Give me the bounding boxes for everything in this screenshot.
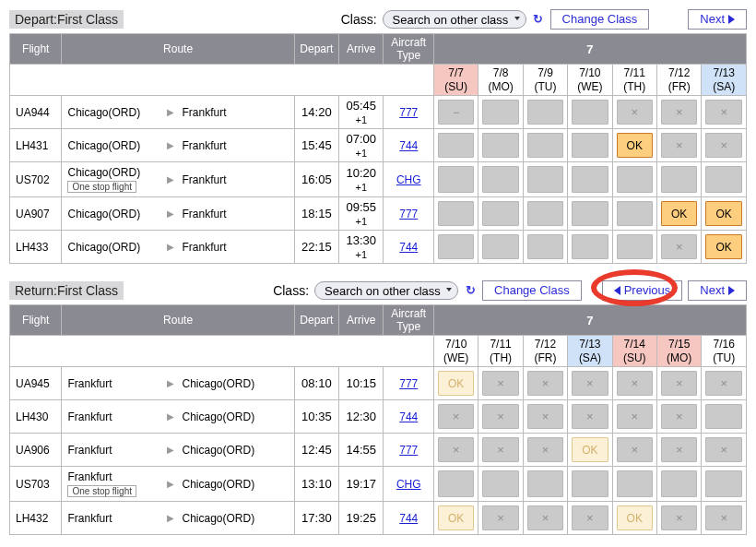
next-button[interactable]: Next xyxy=(688,9,747,30)
availability-cell xyxy=(656,96,701,129)
availability-cell xyxy=(478,129,523,162)
route-cell: FrankfurtOne stop flight▶Chicago(ORD) xyxy=(62,467,294,502)
arrive-time: 19:17 xyxy=(339,467,384,502)
depart-toolbar: Depart:First Class Class: Search on othe… xyxy=(9,9,747,30)
change-class-button[interactable]: Change Class xyxy=(550,9,650,30)
route-cell: Chicago(ORD)▶Frankfurt xyxy=(62,96,294,129)
availability-cell xyxy=(523,434,567,467)
date-header: 7/11(TH) xyxy=(478,336,523,367)
availability-cell xyxy=(656,231,701,264)
next-label: Next xyxy=(700,13,725,26)
date-row-lead xyxy=(10,336,434,367)
route-arrow-icon: ▶ xyxy=(167,208,174,219)
availability-cell xyxy=(523,467,567,502)
availability-cell xyxy=(523,96,567,129)
destination: Chicago(ORD) xyxy=(182,410,254,423)
route-arrow-icon: ▶ xyxy=(167,174,174,184)
route-arrow-icon: ▶ xyxy=(167,107,174,117)
arrive-time: 13:30+1 xyxy=(339,231,384,264)
destination: Frankfurt xyxy=(182,106,226,119)
destination: Frankfurt xyxy=(182,139,226,152)
availability-cell[interactable]: OK xyxy=(433,502,478,535)
aircraft-cell: 744 xyxy=(384,400,433,434)
availability-cell xyxy=(656,434,701,467)
flight-number: LH432 xyxy=(10,502,62,535)
availability-cell[interactable]: OK xyxy=(612,502,656,535)
availability-cell[interactable]: OK xyxy=(702,231,747,264)
origin: Frankfurt xyxy=(67,512,112,525)
depart-time: 14:20 xyxy=(294,96,338,129)
depart-time: 13:10 xyxy=(294,467,338,502)
table-row: UA906Frankfurt▶Chicago(ORD)12:4514:55777… xyxy=(10,434,747,467)
aircraft-link[interactable]: CHG xyxy=(396,173,421,186)
origin: Chicago(ORD) xyxy=(67,139,140,152)
availability-cell xyxy=(568,502,612,535)
aircraft-cell: 777 xyxy=(384,96,433,129)
availability-cell xyxy=(478,502,523,535)
origin: Frankfurt xyxy=(67,410,112,423)
availability-cell[interactable]: OK xyxy=(612,129,656,162)
aircraft-link[interactable]: 744 xyxy=(399,139,418,152)
refresh-icon: ↻ xyxy=(532,13,545,26)
availability-cell xyxy=(433,96,478,129)
availability-cell xyxy=(612,400,656,434)
availability-cell[interactable]: OK xyxy=(433,367,478,400)
one-stop-badge: One stop flight xyxy=(67,181,136,193)
route-arrow-icon: ▶ xyxy=(167,479,174,489)
th-month-2: 7 xyxy=(433,305,746,336)
origin: Chicago(ORD) xyxy=(67,241,140,254)
availability-cell xyxy=(523,400,567,434)
availability-cell[interactable]: OK xyxy=(568,434,612,467)
aircraft-cell: 777 xyxy=(384,367,433,400)
route-cell: Frankfurt▶Chicago(ORD) xyxy=(62,400,294,434)
th-route: Route xyxy=(62,34,294,65)
availability-cell xyxy=(702,467,747,502)
origin: Chicago(ORD) xyxy=(67,106,140,119)
date-header: 7/12(FR) xyxy=(523,336,567,367)
availability-cell xyxy=(702,96,747,129)
th-flight-2: Flight xyxy=(10,305,62,336)
th-aircraft: Aircraft Type xyxy=(384,34,433,65)
one-stop-badge: One stop flight xyxy=(67,485,136,497)
aircraft-link[interactable]: 744 xyxy=(399,241,418,254)
availability-cell xyxy=(702,502,747,535)
depart-section: Depart:First Class Class: Search on othe… xyxy=(9,9,747,264)
availability-cell[interactable]: OK xyxy=(656,197,701,231)
availability-cell xyxy=(478,162,523,197)
aircraft-link[interactable]: 777 xyxy=(399,106,418,119)
aircraft-link[interactable]: 744 xyxy=(399,512,418,525)
aircraft-cell: 744 xyxy=(384,231,433,264)
previous-button[interactable]: Previous xyxy=(602,280,683,301)
class-select[interactable]: Search on other class xyxy=(383,10,526,29)
route-arrow-icon: ▶ xyxy=(167,242,174,252)
availability-cell[interactable]: OK xyxy=(702,197,747,231)
availability-cell xyxy=(612,434,656,467)
availability-cell xyxy=(702,434,747,467)
availability-cell xyxy=(568,467,612,502)
availability-cell xyxy=(702,367,747,400)
availability-cell xyxy=(433,467,478,502)
date-header: 7/9(TU) xyxy=(523,65,567,96)
aircraft-link[interactable]: 777 xyxy=(399,377,418,390)
table-row: UA907Chicago(ORD)▶Frankfurt18:1509:55+17… xyxy=(10,197,747,231)
next-button-2[interactable]: Next xyxy=(688,280,747,301)
aircraft-link[interactable]: 777 xyxy=(399,208,418,220)
origin: Chicago(ORD) xyxy=(67,208,140,220)
route-cell: Chicago(ORD)▶Frankfurt xyxy=(62,231,294,264)
aircraft-link[interactable]: CHG xyxy=(396,478,421,491)
th-aircraft-2: Aircraft Type xyxy=(384,305,433,336)
change-class-button-2[interactable]: Change Class xyxy=(482,280,582,301)
availability-cell xyxy=(433,231,478,264)
table-row: LH433Chicago(ORD)▶Frankfurt22:1513:30+17… xyxy=(10,231,747,264)
depart-table: Flight Route Depart Arrive Aircraft Type… xyxy=(9,33,747,264)
aircraft-link[interactable]: 777 xyxy=(399,444,418,457)
availability-cell xyxy=(612,162,656,197)
date-header: 7/15(MO) xyxy=(656,336,701,367)
availability-cell xyxy=(702,400,747,434)
route-cell: Frankfurt▶Chicago(ORD) xyxy=(62,434,294,467)
availability-cell xyxy=(478,367,523,400)
class-select-2[interactable]: Search on other class xyxy=(314,281,458,300)
aircraft-link[interactable]: 744 xyxy=(399,410,418,423)
origin: Frankfurt xyxy=(67,470,112,483)
origin: Chicago(ORD) xyxy=(67,166,140,179)
